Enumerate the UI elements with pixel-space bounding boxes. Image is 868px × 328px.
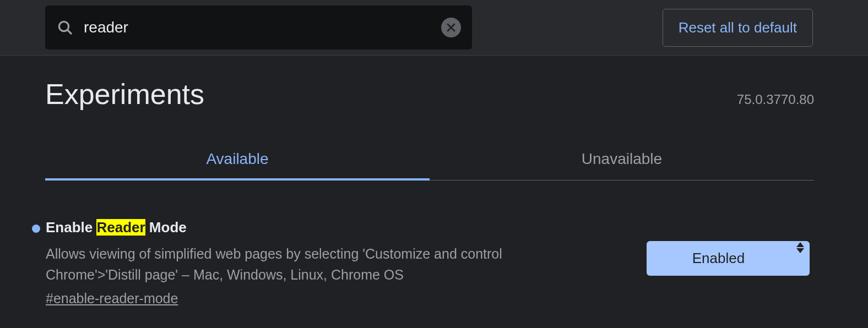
search-icon (56, 19, 74, 36)
flag-state-select[interactable]: Enabled (647, 241, 810, 276)
flag-title-highlight: Reader (96, 219, 145, 236)
tab-unavailable[interactable]: Unavailable (430, 138, 814, 180)
tabs: Available Unavailable (45, 138, 814, 181)
header-bar: Reset all to default (0, 0, 868, 56)
close-icon (446, 23, 456, 32)
flag-select-wrap: Enabled (647, 219, 814, 276)
reset-all-button[interactable]: Reset all to default (663, 9, 813, 47)
title-row: Experiments 75.0.3770.80 (45, 78, 814, 111)
tab-available[interactable]: Available (45, 138, 430, 180)
page-title: Experiments (45, 78, 204, 111)
search-input[interactable] (84, 19, 441, 36)
flag-item: Enable Reader Mode Allows viewing of sim… (32, 219, 814, 307)
flag-title-post: Mode (145, 219, 187, 236)
version-text: 75.0.3770.80 (737, 92, 814, 107)
modified-indicator-icon (32, 225, 40, 233)
flag-description: Allows viewing of simplified web pages b… (46, 244, 596, 285)
svg-line-1 (68, 30, 72, 34)
flag-body: Enable Reader Mode Allows viewing of sim… (46, 219, 647, 307)
clear-search-button[interactable] (441, 18, 461, 37)
search-container (45, 6, 472, 50)
flag-title-pre: Enable (46, 219, 96, 236)
flag-hash-link[interactable]: #enable-reader-mode (46, 291, 178, 307)
flag-title: Enable Reader Mode (46, 219, 630, 236)
content-area: Experiments 75.0.3770.80 Available Unava… (0, 56, 868, 307)
svg-point-0 (59, 21, 68, 31)
